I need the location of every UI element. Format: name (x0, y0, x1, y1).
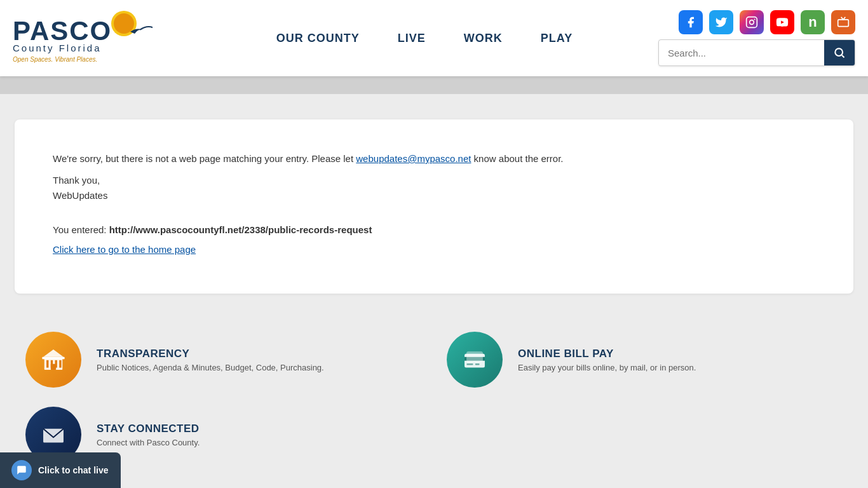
svg-marker-14 (43, 349, 64, 357)
chat-icon (16, 464, 27, 476)
webupdate-email-link[interactable]: webupdates@mypasco.net (356, 153, 471, 164)
svg-rect-19 (51, 364, 56, 370)
svg-point-7 (754, 18, 756, 20)
svg-rect-23 (475, 363, 480, 365)
transparency-text: TRANSPARENCY Public Notices, Agenda & Mi… (97, 348, 324, 372)
search-area (658, 39, 855, 66)
instagram-icon[interactable] (740, 10, 764, 34)
chat-widget[interactable]: Click to chat live (0, 452, 121, 488)
svg-rect-24 (466, 351, 482, 362)
nav-play[interactable]: PLAY (541, 32, 573, 45)
stay-connected-text: STAY CONNECTED Connect with Pasco County… (97, 423, 200, 447)
svg-rect-18 (59, 360, 61, 368)
svg-point-10 (835, 48, 843, 56)
svg-rect-5 (747, 17, 757, 28)
thank-you-line: Thank you, WebUpdates (53, 173, 815, 203)
transparency-icon (25, 332, 81, 388)
widget-bill-pay[interactable]: ONLINE BILL PAY Easily pay your bills on… (447, 332, 843, 388)
entered-url-section: You entered: http://www.pascocountyfl.ne… (53, 222, 815, 238)
nav-our-county[interactable]: OUR COUNTY (276, 32, 360, 45)
search-input[interactable] (659, 41, 824, 65)
svg-text:County Florida: County Florida (13, 43, 102, 53)
error-message: We're sorry, but there is not a web page… (53, 151, 815, 166)
search-icon (833, 46, 846, 59)
pasco-tv-icon[interactable] (831, 10, 855, 34)
logo-svg: PASCO County Florida Open Spaces. Vibran… (13, 10, 153, 67)
footer-widgets: TRANSPARENCY Public Notices, Agenda & Mi… (0, 319, 868, 488)
main-nav: OUR COUNTY LIVE WORK PLAY (191, 32, 658, 45)
svg-point-2 (114, 13, 134, 34)
entered-url: http://www.pascocountyfl.net/2338/public… (109, 224, 372, 235)
svg-rect-13 (42, 357, 64, 359)
widget-transparency[interactable]: TRANSPARENCY Public Notices, Agenda & Mi… (25, 332, 421, 388)
logo-area[interactable]: PASCO County Florida Open Spaces. Vibran… (13, 10, 191, 67)
svg-rect-15 (46, 360, 48, 368)
svg-point-6 (750, 20, 754, 25)
twitter-icon[interactable] (709, 10, 733, 34)
youtube-icon[interactable] (770, 10, 794, 34)
social-icons: n (679, 10, 855, 34)
svg-line-11 (842, 55, 844, 58)
bill-pay-text: ONLINE BILL PAY Easily pay your bills on… (518, 348, 696, 372)
nav-live[interactable]: LIVE (398, 32, 426, 45)
svg-text:Open Spaces. Vibrant Places.: Open Spaces. Vibrant Places. (13, 56, 97, 63)
error-card: We're sorry, but there is not a web page… (15, 119, 853, 294)
bill-pay-icon (447, 332, 503, 388)
svg-rect-22 (466, 363, 473, 365)
chat-label: Click to chat live (38, 465, 108, 475)
search-button[interactable] (824, 40, 855, 65)
svg-rect-9 (838, 20, 849, 27)
gray-divider (0, 76, 868, 94)
home-page-link[interactable]: Click here to go to the home page (53, 244, 196, 255)
chat-bubble-icon (11, 460, 32, 480)
facebook-icon[interactable] (679, 10, 703, 34)
site-header: PASCO County Florida Open Spaces. Vibran… (0, 0, 868, 76)
main-content: We're sorry, but there is not a web page… (0, 94, 868, 319)
nav-work[interactable]: WORK (464, 32, 503, 45)
nextdoor-icon[interactable]: n (801, 10, 825, 34)
header-right: n (658, 10, 855, 66)
svg-text:PASCO: PASCO (13, 16, 112, 46)
